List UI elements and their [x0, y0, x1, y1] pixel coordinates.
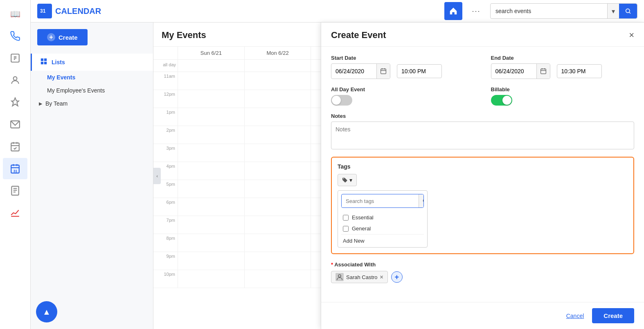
time-label-6pm: 6pm — [153, 198, 178, 216]
cell-2pm-1[interactable] — [178, 126, 245, 144]
sidebar-item-by-team[interactable]: ▶ By Team — [31, 97, 153, 110]
nav-icon-lists[interactable] — [3, 47, 27, 69]
more-options-button[interactable]: ··· — [467, 2, 485, 20]
cell-1pm-1[interactable] — [178, 108, 245, 126]
cell-7pm-2[interactable] — [245, 216, 311, 234]
cell-9pm-1[interactable] — [178, 252, 245, 270]
search-input[interactable] — [491, 5, 607, 18]
associated-with-section: Associated With Sarah Castro × + — [331, 261, 634, 283]
tags-section: Tags ▾ Essential General — [331, 157, 634, 254]
start-time-input[interactable] — [397, 64, 442, 78]
nav-icon-book[interactable]: 📖 — [3, 3, 27, 25]
cell-6pm-2[interactable] — [245, 198, 311, 216]
cell-8pm-1[interactable] — [178, 234, 245, 252]
all-day-cell-1[interactable] — [178, 60, 245, 72]
plus-icon: + — [47, 33, 55, 41]
nav-icon-chart[interactable] — [3, 202, 27, 223]
cell-6pm-1[interactable] — [178, 198, 245, 216]
add-new-tag-button[interactable]: Add New — [341, 234, 424, 244]
start-date-input-wrap — [331, 63, 390, 79]
time-label-7pm: 7pm — [153, 216, 178, 234]
cell-11am-1[interactable] — [178, 72, 245, 90]
cell-11am-2[interactable] — [245, 72, 311, 90]
all-day-cell-2[interactable] — [245, 60, 311, 72]
start-date-calendar-icon[interactable] — [376, 64, 390, 79]
billable-knob — [502, 96, 511, 105]
cell-10pm-2[interactable] — [245, 270, 311, 288]
cell-5pm-1[interactable] — [178, 180, 245, 198]
cell-2pm-2[interactable] — [245, 126, 311, 144]
end-date-calendar-icon[interactable] — [536, 64, 550, 79]
nav-icon-calendar-31[interactable]: 31 — [3, 158, 27, 179]
cell-3pm-2[interactable] — [245, 144, 311, 162]
nav-icon-pin[interactable] — [3, 92, 27, 113]
top-header: 31 CALENDAR ··· ▾ — [31, 0, 644, 23]
cell-8pm-2[interactable] — [245, 234, 311, 252]
search-dropdown-button[interactable]: ▾ — [607, 4, 619, 18]
create-event-button[interactable]: Create — [592, 308, 634, 323]
cell-5pm-2[interactable] — [245, 180, 311, 198]
notes-textarea[interactable] — [331, 122, 634, 149]
tags-label: Tags — [338, 163, 628, 170]
sidebar-item-my-events[interactable]: My Events — [31, 71, 153, 84]
start-date-group: Start Date — [331, 55, 475, 79]
svg-rect-6 — [11, 143, 19, 151]
collapse-sidebar-handle[interactable]: ‹ — [153, 168, 161, 184]
cell-9pm-2[interactable] — [245, 252, 311, 270]
tag-label-general: General — [352, 225, 371, 232]
tag-dropdown-button[interactable]: ▾ — [338, 174, 357, 186]
cell-4pm-1[interactable] — [178, 162, 245, 180]
nav-icon-user[interactable] — [3, 70, 27, 91]
svg-rect-25 — [44, 59, 47, 61]
end-date-input[interactable] — [491, 65, 536, 78]
tags-search-button[interactable] — [419, 194, 424, 207]
nav-icon-phone[interactable] — [3, 25, 27, 47]
tag-checkbox-essential[interactable] — [343, 215, 349, 221]
svg-point-4 — [14, 77, 17, 80]
cell-4pm-2[interactable] — [245, 162, 311, 180]
end-date-label: End Date — [491, 55, 635, 61]
time-label-1pm: 1pm — [153, 108, 178, 126]
cell-12pm-2[interactable] — [245, 90, 311, 108]
billable-toggle[interactable] — [491, 95, 512, 106]
svg-rect-24 — [41, 59, 43, 61]
associated-chips: Sarah Castro × + — [331, 271, 634, 283]
app-logo: 31 CALENDAR — [37, 4, 101, 18]
billable-label: Billable — [491, 86, 635, 92]
home-button[interactable] — [444, 2, 462, 20]
tag-option-general[interactable]: General — [341, 223, 424, 234]
nav-icon-envelope[interactable] — [3, 114, 27, 135]
all-day-toggle[interactable] — [331, 95, 352, 106]
app-title: CALENDAR — [55, 7, 101, 16]
start-date-input[interactable] — [331, 65, 376, 78]
search-bar: ▾ — [490, 3, 637, 19]
logo-icon: 31 — [37, 4, 52, 18]
nav-icon-calendar-check[interactable] — [3, 136, 27, 157]
remove-sarah-castro-button[interactable]: × — [380, 274, 383, 280]
cancel-button[interactable]: Cancel — [566, 313, 584, 319]
time-label-11am: 11am — [153, 72, 178, 90]
cell-7pm-1[interactable] — [178, 216, 245, 234]
add-association-button[interactable]: + — [391, 271, 403, 283]
tag-checkbox-general[interactable] — [343, 226, 349, 232]
time-label-10pm: 10pm — [153, 270, 178, 288]
search-submit-button[interactable] — [619, 4, 637, 18]
sidebar-item-my-employees-events[interactable]: My Employee's Events — [31, 84, 153, 97]
tag-option-essential[interactable]: Essential — [341, 212, 424, 223]
notes-group: Notes — [331, 113, 634, 149]
tags-dropdown: Essential General Add New — [338, 190, 428, 248]
tag-dropdown-arrow: ▾ — [349, 177, 352, 183]
nav-icon-note[interactable] — [3, 180, 27, 201]
end-time-input[interactable] — [557, 64, 602, 78]
all-day-label: All Day Event — [331, 86, 475, 92]
tags-search-input[interactable] — [342, 195, 419, 207]
cell-10pm-1[interactable] — [178, 270, 245, 288]
cell-3pm-1[interactable] — [178, 144, 245, 162]
create-button[interactable]: + Create — [37, 29, 88, 45]
scroll-to-top-button[interactable]: ▲ — [36, 301, 57, 322]
sidebar-item-lists[interactable]: Lists — [31, 54, 153, 71]
cell-1pm-2[interactable] — [245, 108, 311, 126]
time-label-8pm: 8pm — [153, 234, 178, 252]
cell-12pm-1[interactable] — [178, 90, 245, 108]
close-panel-button[interactable]: × — [629, 30, 634, 41]
